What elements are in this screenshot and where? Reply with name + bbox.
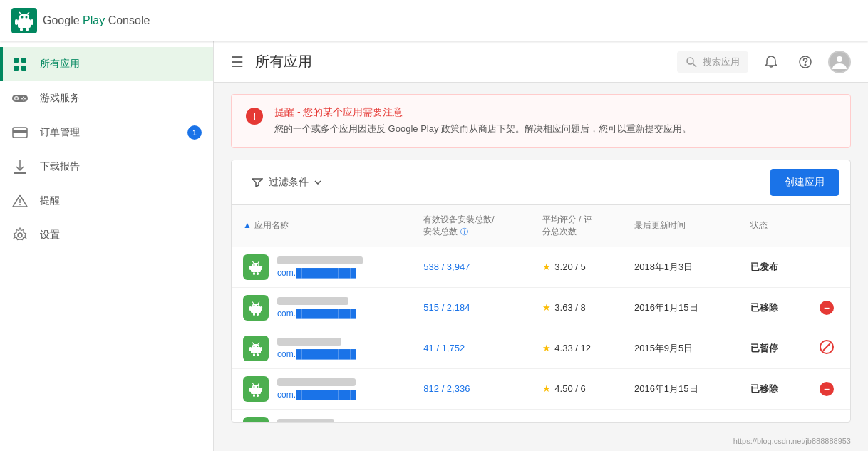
app-name-info: com.██████████ <box>277 378 356 400</box>
svg-rect-65 <box>261 347 263 351</box>
svg-point-60 <box>254 346 255 347</box>
svg-point-72 <box>257 386 259 388</box>
status-icon-cell: – <box>803 368 850 409</box>
svg-point-19 <box>23 97 24 98</box>
filter-button[interactable]: 过滤条件 <box>243 172 330 193</box>
warning-icon <box>11 192 29 209</box>
content-header: ☰ 所有应用 搜索应用 <box>214 41 868 83</box>
sidebar-item-alerts[interactable]: 提醒 <box>0 184 213 218</box>
svg-rect-77 <box>253 394 255 397</box>
sidebar-item-all-apps[interactable]: 所有应用 <box>0 47 213 81</box>
hamburger-icon[interactable]: ☰ <box>231 53 244 71</box>
rating-cell: ★ 3.63 / 8 <box>531 287 623 328</box>
status-cell: 已移除 <box>739 287 803 328</box>
rating-cell: ★ 3.67 / 3 <box>531 409 623 423</box>
sidebar-item-label: 下载报告 <box>40 160 202 173</box>
table-row[interactable]: com.██████████ 538 / 3,947★ 3.20 / 52018… <box>232 247 850 287</box>
rating-cell: ★ 3.20 / 5 <box>531 247 623 287</box>
alert-banner: ! 提醒 - 您的某个应用需要注意 您的一个或多个应用因违反 Google Pl… <box>231 94 851 148</box>
svg-rect-67 <box>257 353 259 356</box>
svg-rect-7 <box>15 19 18 25</box>
app-name-cell: com.██████████ <box>243 417 401 423</box>
app-name-info: com.██████████ <box>277 419 356 423</box>
installs-cell: 41 / 1,752 <box>412 328 530 368</box>
apps-table: ▲应用名称 有效设备安装总数/安装总数 ⓘ 平均评分 / 评分总次数 最后更新时… <box>232 205 850 423</box>
svg-rect-78 <box>257 394 259 397</box>
svg-rect-55 <box>253 313 255 316</box>
logo-text: Google Play Console <box>43 14 150 27</box>
credit-card-icon <box>11 124 29 141</box>
table-row[interactable]: com.██████████ 515 / 2,184★ 3.63 / 82016… <box>232 287 850 328</box>
col-rating[interactable]: 平均评分 / 评分总次数 <box>531 205 623 247</box>
app-package: com.██████████ <box>277 268 356 278</box>
sidebar-item-game-services[interactable]: 游戏服务 <box>0 81 213 115</box>
svg-rect-11 <box>14 58 19 63</box>
remove-icon: – <box>820 382 834 396</box>
installs-cell: 515 / 2,184 <box>412 287 530 328</box>
alert-warning-icon: ! <box>246 108 263 125</box>
svg-rect-66 <box>253 353 255 356</box>
android-logo-icon <box>11 8 37 33</box>
watermark: https://blog.csdn.net/jb888888953 <box>214 434 868 451</box>
svg-rect-54 <box>261 306 263 311</box>
svg-point-38 <box>254 264 255 266</box>
ban-icon <box>820 340 834 354</box>
col-updated[interactable]: 最后更新时间 <box>623 205 739 247</box>
sidebar-item-label: 提醒 <box>40 195 202 207</box>
updated-cell: 2016年1月15日 <box>623 368 739 409</box>
svg-rect-12 <box>21 58 26 63</box>
alert-description: 您的一个或多个应用因违反 Google Play 政策而从商店下架。解决相应问题… <box>274 122 691 136</box>
user-avatar[interactable] <box>828 51 851 73</box>
search-box[interactable]: 搜索应用 <box>677 51 748 73</box>
svg-rect-45 <box>257 272 259 275</box>
col-status[interactable]: 状态 <box>739 205 803 247</box>
sidebar-item-settings[interactable]: 设置 <box>0 218 213 252</box>
svg-point-3 <box>21 16 24 18</box>
col-name[interactable]: ▲应用名称 <box>232 205 412 247</box>
sidebar-item-order-mgmt[interactable]: 订单管理 1 <box>0 115 213 150</box>
app-package: com.██████████ <box>277 349 356 359</box>
svg-rect-44 <box>253 272 255 275</box>
rating-cell: ★ 4.33 / 12 <box>531 328 623 368</box>
svg-point-4 <box>26 16 28 18</box>
svg-point-50 <box>257 305 259 306</box>
table-row[interactable]: com.██████████ 812 / 2,336★ 4.50 / 62016… <box>232 368 850 409</box>
app-name-cell: com.██████████ <box>243 336 401 361</box>
help-button[interactable] <box>794 51 817 73</box>
app-name-cell: com.██████████ <box>243 376 401 402</box>
updated-cell: 2016年1月15日 <box>623 287 739 328</box>
svg-point-29 <box>687 58 693 64</box>
table-row[interactable]: com.██████████ 41 / 1,752★ 4.33 / 122015… <box>232 328 850 368</box>
svg-rect-17 <box>16 98 18 100</box>
svg-rect-8 <box>31 19 33 25</box>
table-row[interactable]: com.██████████ 457 / 1,034★ 3.67 / 32016… <box>232 409 850 423</box>
installs-cell: 812 / 2,336 <box>412 368 530 409</box>
app-package: com.██████████ <box>277 309 356 318</box>
search-icon <box>686 56 697 68</box>
sidebar-item-download-report[interactable]: 下载报告 <box>0 150 213 184</box>
svg-point-71 <box>254 386 255 388</box>
status-cell: 已发布 <box>739 247 803 287</box>
gear-icon <box>11 227 29 244</box>
download-icon <box>11 158 29 175</box>
app-name-cell: com.██████████ <box>243 254 401 280</box>
updated-cell: 2015年9月5日 <box>623 328 739 368</box>
notification-button[interactable] <box>760 51 782 73</box>
svg-point-32 <box>805 64 806 66</box>
svg-point-61 <box>257 346 259 347</box>
create-app-button[interactable]: 创建应用 <box>770 169 839 196</box>
status-cell: 已移除 <box>739 409 803 423</box>
order-badge: 1 <box>187 125 202 140</box>
col-installs[interactable]: 有效设备安装总数/安装总数 ⓘ <box>412 205 530 247</box>
table-toolbar: 过滤条件 创建应用 <box>232 160 850 205</box>
svg-rect-75 <box>249 388 252 392</box>
sidebar-item-label: 设置 <box>40 229 202 242</box>
logo: Google Play Console <box>11 8 225 33</box>
page-title: 所有应用 <box>255 52 666 71</box>
svg-line-30 <box>693 63 696 67</box>
svg-rect-25 <box>14 172 26 174</box>
topbar: Google Play Console <box>0 0 868 41</box>
content-area: ☰ 所有应用 搜索应用 <box>214 41 868 451</box>
remove-icon: – <box>820 423 834 423</box>
svg-rect-13 <box>14 66 19 71</box>
